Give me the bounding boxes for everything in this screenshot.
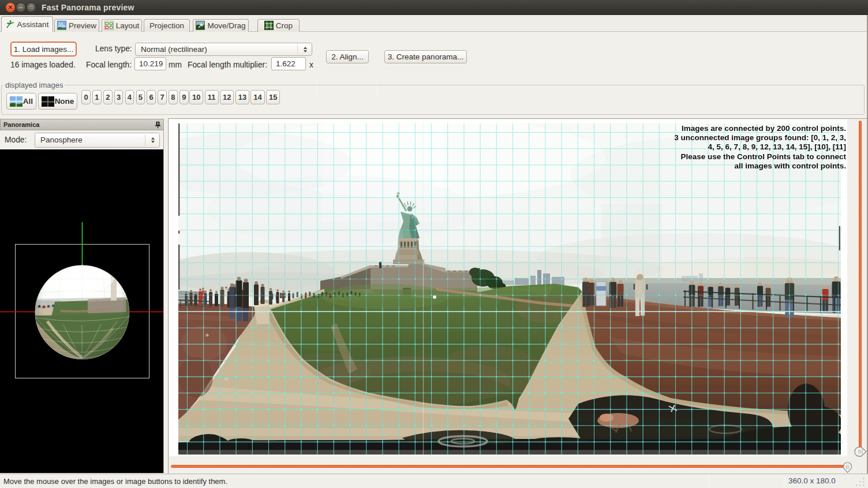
svg-text:GL: GL	[58, 22, 64, 26]
